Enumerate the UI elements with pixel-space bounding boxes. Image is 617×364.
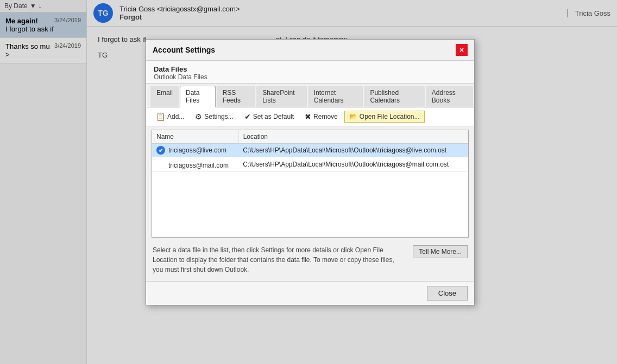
folder-icon: 📂 bbox=[349, 113, 357, 120]
tab-internet-calendars[interactable]: Internet Calendars bbox=[308, 86, 363, 107]
tab-data-files[interactable]: Data Files bbox=[180, 86, 216, 107]
close-button[interactable]: Close bbox=[427, 286, 468, 301]
modal-close-button[interactable]: × bbox=[456, 44, 468, 56]
checkmark-icon: ✔ bbox=[244, 112, 251, 121]
remove-icon: ✖ bbox=[305, 112, 311, 121]
tab-email[interactable]: Email bbox=[150, 86, 179, 107]
tab-sharepoint-lists[interactable]: SharePoint Lists bbox=[256, 86, 307, 107]
row2-location: C:\Users\HP\AppData\Local\Microsoft\Outl… bbox=[238, 157, 468, 172]
col-name-header: Name bbox=[152, 130, 238, 144]
row1-icon-group: ✔ triciagoss@live.com bbox=[156, 146, 226, 155]
open-file-label: Open File Location... bbox=[360, 113, 420, 120]
breadcrumb-title: Data Files bbox=[154, 65, 467, 73]
table-row[interactable]: triciagoss@mail.com C:\Users\HP\AppData\… bbox=[152, 157, 468, 172]
row2-icon-group: triciagoss@mail.com bbox=[156, 162, 229, 169]
settings-icon: ⚙ bbox=[195, 112, 202, 121]
table-header-row: Name Location bbox=[152, 130, 468, 144]
default-account-icon: ✔ bbox=[156, 146, 165, 155]
tabs-bar: Email Data Files RSS Feeds SharePoint Li… bbox=[146, 84, 474, 107]
table-spacer bbox=[152, 172, 468, 237]
settings-button[interactable]: ⚙ Settings... bbox=[191, 111, 237, 123]
add-button[interactable]: 📋 Add... bbox=[152, 111, 188, 123]
row1-location: C:\Users\HP\AppData\Local\Microsoft\Outl… bbox=[238, 144, 468, 157]
row1-name-text: triciagoss@live.com bbox=[168, 146, 226, 154]
remove-label: Remove bbox=[313, 113, 338, 120]
set-default-button[interactable]: ✔ Set as Default bbox=[240, 111, 298, 123]
row2-name: triciagoss@mail.com bbox=[152, 157, 238, 172]
open-file-location-button[interactable]: 📂 Open File Location... bbox=[344, 111, 425, 123]
table-row[interactable]: ✔ triciagoss@live.com C:\Users\HP\AppDat… bbox=[152, 144, 468, 157]
account-settings-dialog: Account Settings × Data Files Outlook Da… bbox=[146, 39, 475, 305]
row2-name-text: triciagoss@mail.com bbox=[168, 162, 229, 169]
add-icon: 📋 bbox=[156, 112, 165, 121]
table-empty-row bbox=[152, 172, 468, 237]
breadcrumb-sub: Outlook Data Files bbox=[154, 73, 467, 81]
remove-button[interactable]: ✖ Remove bbox=[300, 111, 342, 123]
tell-me-more-button[interactable]: Tell Me More... bbox=[413, 245, 468, 258]
modal-toolbar: 📋 Add... ⚙ Settings... ✔ Set as Default … bbox=[146, 107, 474, 126]
data-files-table-container: Name Location ✔ triciagoss@live.com C:\U… bbox=[152, 130, 469, 238]
tab-published-calendars[interactable]: Published Calendars bbox=[364, 86, 424, 107]
tab-address-books[interactable]: Address Books bbox=[426, 86, 473, 107]
tab-rss-feeds[interactable]: RSS Feeds bbox=[217, 86, 256, 107]
modal-breadcrumb: Data Files Outlook Data Files bbox=[146, 61, 474, 84]
modal-info-section: Select a data file in the list, then cli… bbox=[146, 241, 474, 281]
modal-titlebar: Account Settings × bbox=[146, 40, 474, 61]
add-label: Add... bbox=[167, 113, 184, 120]
modal-footer: Close bbox=[146, 281, 474, 305]
set-default-label: Set as Default bbox=[253, 113, 294, 120]
modal-title: Account Settings bbox=[153, 46, 215, 54]
settings-label: Settings... bbox=[204, 113, 233, 120]
data-files-table: Name Location ✔ triciagoss@live.com C:\U… bbox=[152, 130, 468, 237]
info-text: Select a data file in the list, then cli… bbox=[153, 245, 406, 274]
row1-name: ✔ triciagoss@live.com bbox=[152, 144, 238, 157]
col-location-header: Location bbox=[238, 130, 468, 144]
